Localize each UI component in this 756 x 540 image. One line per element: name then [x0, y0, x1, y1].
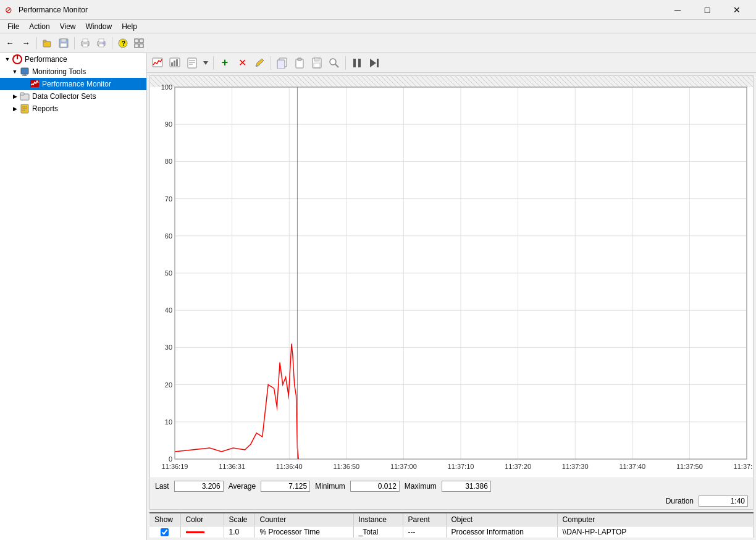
toolbar-sep-3: [112, 37, 112, 49]
print-button[interactable]: [94, 36, 109, 51]
remove-counter-button[interactable]: ✕: [234, 55, 250, 71]
row-counter: % Processor Time: [254, 526, 353, 538]
expander-monitoring-tools[interactable]: ▼: [10, 67, 20, 77]
svg-rect-24: [30, 80, 39, 87]
stats-row-1: Last 3.206 Average 7.125 Minimum 0.012 M…: [150, 478, 753, 494]
row-parent: ---: [403, 526, 446, 538]
counter-table: Show Color Scale Counter Instance Parent…: [149, 512, 754, 538]
svg-point-11: [103, 42, 105, 44]
reports-label: Reports: [32, 104, 58, 113]
row-instance: _Total: [353, 526, 403, 538]
col-scale: Scale: [224, 513, 254, 526]
histogram-button[interactable]: [167, 55, 183, 71]
content-area: + ✕: [147, 53, 756, 540]
reports-icon: [20, 104, 30, 114]
svg-rect-17: [140, 44, 143, 48]
duration-label: Duration: [666, 497, 694, 505]
svg-rect-16: [135, 44, 138, 48]
col-show: Show: [149, 513, 180, 526]
svg-rect-26: [20, 93, 24, 95]
main-toolbar: ← → ?: [0, 33, 756, 53]
svg-marker-40: [203, 61, 208, 65]
add-counter-button[interactable]: +: [217, 55, 233, 71]
print-small-button[interactable]: [78, 36, 93, 51]
svg-rect-34: [174, 61, 175, 66]
title-bar: ⊘ Performance Monitor ─ □ ✕: [0, 0, 756, 20]
svg-rect-1: [43, 40, 46, 42]
performance-label: Performance: [25, 55, 67, 64]
svg-marker-53: [370, 59, 376, 67]
row-show: [149, 526, 180, 538]
svg-rect-4: [61, 43, 67, 47]
col-color: Color: [180, 513, 224, 526]
maximize-button[interactable]: □: [693, 0, 721, 20]
svg-rect-14: [135, 39, 138, 43]
minimize-button[interactable]: ─: [663, 0, 692, 20]
svg-rect-9: [99, 44, 104, 47]
show-checkbox[interactable]: [161, 528, 169, 536]
monitoring-tools-icon: [20, 67, 30, 77]
chart-container: Last 3.206 Average 7.125 Minimum 0.012 M…: [149, 75, 754, 510]
toolbar-sep-2: [74, 37, 75, 49]
svg-rect-3: [61, 39, 66, 42]
forward-button[interactable]: →: [19, 36, 33, 51]
col-object: Object: [446, 513, 557, 526]
toolbar-sep-b: [271, 56, 271, 70]
sidebar-item-reports[interactable]: ▶ Reports: [0, 103, 146, 115]
expander-data-collector[interactable]: ▶: [10, 91, 20, 101]
color-swatch: [186, 531, 204, 533]
svg-rect-35: [176, 59, 178, 66]
save-data-button[interactable]: [309, 55, 325, 71]
svg-rect-10: [99, 39, 104, 42]
help-toolbar-button[interactable]: ?: [116, 36, 130, 51]
svg-rect-45: [298, 58, 301, 61]
magnify-button[interactable]: [326, 55, 342, 71]
minimum-label: Minimum: [315, 482, 345, 491]
next-frame-button[interactable]: [366, 55, 382, 71]
sidebar-item-performance-monitor[interactable]: Performance Monitor: [0, 78, 146, 90]
col-parent: Parent: [403, 513, 446, 526]
menu-action[interactable]: Action: [24, 21, 54, 32]
main-layout: ▼ Performance ▼ Monitoring Tools Perform…: [0, 53, 756, 540]
sidebar-item-monitoring-tools[interactable]: ▼ Monitoring Tools: [0, 65, 146, 78]
row-color: [180, 526, 224, 538]
back-button[interactable]: ←: [2, 36, 17, 51]
stats-row-2: Duration 1:40: [150, 494, 753, 509]
minimum-value: 0.012: [350, 481, 400, 492]
chart-graph: [150, 76, 753, 478]
svg-text:?: ?: [122, 40, 125, 47]
save-button[interactable]: [56, 36, 71, 51]
col-counter: Counter: [254, 513, 353, 526]
expander-perfmon: [20, 79, 30, 89]
menu-file[interactable]: File: [2, 21, 24, 32]
svg-line-41: [256, 66, 258, 67]
expander-performance[interactable]: ▼: [2, 54, 12, 64]
close-button[interactable]: ✕: [723, 0, 751, 20]
svg-rect-54: [377, 59, 379, 67]
open-button[interactable]: [40, 36, 55, 51]
paste-button[interactable]: [292, 55, 308, 71]
graph-view-button[interactable]: [149, 55, 166, 71]
col-instance: Instance: [353, 513, 403, 526]
edit-properties-button[interactable]: [251, 55, 267, 71]
toolbar-sep-a: [213, 56, 214, 70]
svg-rect-21: [21, 68, 28, 74]
data-collector-label: Data Collector Sets: [32, 92, 96, 101]
sidebar-item-data-collector-sets[interactable]: ▶ Data Collector Sets: [0, 90, 146, 103]
view-dropdown-button[interactable]: [201, 55, 210, 71]
svg-rect-36: [188, 58, 196, 68]
expander-reports[interactable]: ▶: [10, 104, 20, 114]
menu-window[interactable]: Window: [81, 21, 117, 32]
table-row[interactable]: 1.0 % Processor Time _Total --- Processo…: [149, 526, 754, 538]
sidebar-item-performance[interactable]: ▼ Performance: [0, 53, 146, 65]
pause-button[interactable]: [349, 55, 365, 71]
svg-rect-47: [314, 58, 319, 61]
report-button[interactable]: [184, 55, 200, 71]
menu-help[interactable]: Help: [117, 21, 142, 32]
menu-view[interactable]: View: [55, 21, 81, 32]
grid-button[interactable]: [132, 36, 146, 51]
menu-bar: File Action View Window Help: [0, 20, 756, 33]
svg-point-49: [330, 59, 336, 65]
perfmon-icon: [30, 79, 40, 89]
copy-image-button[interactable]: [274, 55, 290, 71]
